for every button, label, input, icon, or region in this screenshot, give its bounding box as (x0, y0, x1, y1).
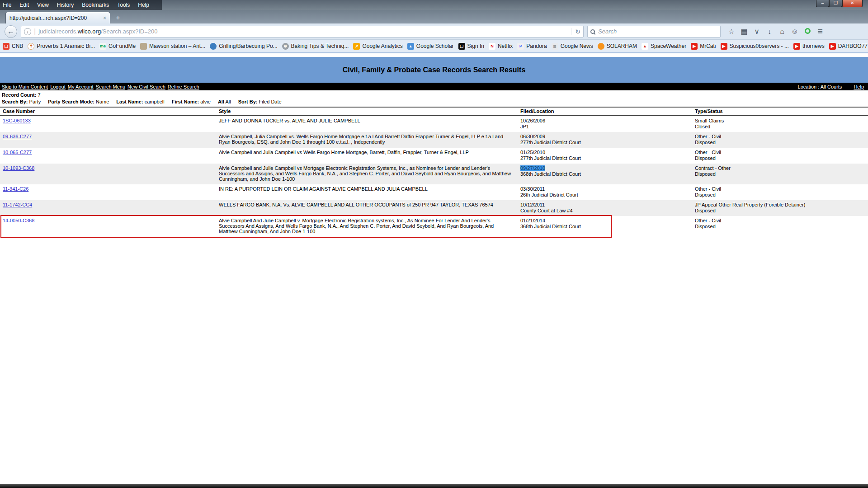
case-number-cell: 11-341-C26 (0, 186, 216, 197)
bookmark-item[interactable]: ✝Proverbs 1 Aramaic Bi... (28, 43, 95, 50)
record-count: Record Count: 7 (0, 90, 868, 98)
url-bar[interactable]: i | judicialrecords.wilco.org/Search.asp… (21, 26, 584, 38)
case-type: Other - Civil (695, 218, 868, 223)
case-type: Contract - Other (695, 165, 868, 171)
bookmark-item[interactable]: ▶thornews (793, 43, 825, 50)
help-link[interactable]: Help (854, 84, 864, 89)
case-number-link[interactable]: 14-0050-C368 (3, 218, 34, 223)
window-controls: –❐✕ (816, 0, 863, 7)
bookmark-label: GoFundMe (108, 43, 136, 49)
case-number-link[interactable]: 10-065-C277 (3, 150, 32, 155)
bookmark-label: Google Scholar (416, 43, 454, 49)
case-style: Alvie Campbell, Julia Campbell vs. Wells… (216, 134, 518, 145)
back-button[interactable]: ← (5, 25, 17, 38)
bookmark-item[interactable]: ≣Google News (552, 43, 593, 50)
case-type: Small Claims (695, 118, 868, 123)
new-tab-button[interactable]: + (112, 13, 124, 22)
bookmark-item[interactable]: SOLARHAM (598, 43, 637, 50)
pocket-icon[interactable]: ∨ (750, 27, 763, 36)
bookmark-item[interactable]: Grilling/Barbecuing Po... (210, 43, 277, 50)
filed-date: 10/26/2006 (520, 118, 545, 123)
navigation-toolbar: ← i | judicialrecords.wilco.org/Search.a… (0, 23, 868, 40)
close-button[interactable]: ✕ (842, 0, 863, 7)
minimize-button[interactable]: – (816, 0, 829, 7)
bookmark-item[interactable]: ⊕Baking Tips & Techniq... (282, 43, 349, 50)
bookmark-label: Pandora (526, 43, 547, 49)
tab-close-icon[interactable]: × (103, 15, 106, 21)
site-info-icon[interactable]: i (24, 28, 31, 35)
bookmark-item[interactable]: ▢Sign In (458, 43, 484, 50)
menu-help[interactable]: Help (138, 2, 149, 8)
filed-court: 368th Judicial District Court (520, 224, 692, 229)
site-nav-new-civil-search[interactable]: New Civil Search (127, 84, 165, 89)
menu-bookmarks[interactable]: Bookmarks (82, 2, 109, 8)
feedback-smiley-icon[interactable]: ☺ (788, 28, 801, 36)
menu-history[interactable]: History (57, 2, 74, 8)
bookmark-star-icon[interactable]: ☆ (725, 27, 738, 36)
browser-tab[interactable]: http://judicialr...rch.aspx?ID=200 × (5, 12, 110, 23)
bookmark-item[interactable]: Mawson station – Ant... (140, 43, 205, 50)
menu-edit[interactable]: Edit (19, 2, 29, 8)
case-type: Other - Civil (695, 150, 868, 155)
site-nav-my-account[interactable]: My Account (68, 84, 94, 89)
table-header: Case NumberStyleFiled/LocationType/Statu… (0, 107, 868, 116)
site-nav-skip-to-main-content[interactable]: Skip to Main Content (2, 84, 48, 89)
case-type-status: Contract - Other Disposed (692, 165, 868, 182)
bookmark-item[interactable]: ▶MrCati (691, 43, 716, 50)
bottom-edge-bar (0, 484, 868, 488)
bookmark-item[interactable]: ↗Google Analytics (353, 43, 402, 50)
site-nav-search-menu[interactable]: Search Menu (96, 84, 125, 89)
case-number-link[interactable]: 10-1093-C368 (3, 165, 34, 171)
case-filed-location: 10/12/2011 County Court at Law #4 (518, 202, 692, 213)
bookmark-item[interactable]: NNetflix (489, 43, 513, 50)
search-icon (590, 29, 595, 34)
case-number-link[interactable]: 1SC-060133 (3, 118, 31, 123)
site-nav-refine-search[interactable]: Refine Search (168, 84, 199, 89)
criteria-pair: Search By: Party (2, 99, 41, 104)
bookmark-favicon-icon: ▴ (407, 43, 414, 50)
criteria-pair: First Name: alvie (172, 99, 211, 104)
site-nav-logout[interactable]: Logout (50, 84, 66, 89)
table-row: 10-065-C277 Alvie Campbell and Julia Cam… (0, 148, 868, 164)
bookmark-favicon-icon: ▢ (458, 43, 465, 50)
extension-green-icon[interactable] (801, 28, 814, 36)
bookmark-item[interactable]: PPandora (517, 43, 547, 50)
filed-court: JP1 (520, 124, 692, 129)
search-bar[interactable]: Search (587, 26, 721, 38)
bookmark-label: MrCati (700, 43, 716, 49)
bookmark-item[interactable]: ▲SpaceWeather (642, 43, 686, 50)
column-header-filed-location: Filed/Location (518, 108, 692, 114)
case-number-cell: 1SC-060133 (0, 118, 216, 129)
home-icon[interactable]: ⌂ (776, 28, 788, 36)
bookmark-item[interactable]: meGoFundMe (99, 43, 136, 50)
table-row: 11-341-C26 IN RE: A PURPORTED LEIN OR CL… (0, 184, 868, 200)
bookmark-item[interactable]: ▢CNB (3, 43, 23, 50)
criteria-pair: Party Search Mode: Name (48, 99, 109, 104)
bookmark-label: Google News (561, 43, 593, 49)
bookmark-favicon-icon: P (517, 43, 524, 50)
filed-date: 06/30/2009 (520, 134, 545, 139)
reload-icon[interactable]: ↻ (571, 28, 580, 35)
menu-file[interactable]: File (3, 2, 11, 8)
site-navbar-right: Location : All Courts Help (798, 84, 866, 89)
menu-view[interactable]: View (37, 2, 49, 8)
menu-tools[interactable]: Tools (117, 2, 130, 8)
bookmark-favicon-icon: ▶ (721, 43, 727, 50)
restore-button[interactable]: ❐ (829, 0, 842, 7)
window-titlebar: FileEditViewHistoryBookmarksToolsHelp –❐… (0, 0, 868, 10)
bookmark-item[interactable]: ▶Suspicious0bservers - ... (721, 43, 789, 50)
case-filed-location: 10/26/2006 JP1 (518, 118, 692, 129)
case-number-link[interactable]: 11-341-C26 (3, 186, 28, 192)
case-type-status: Other - Civil Disposed (692, 186, 868, 197)
download-icon[interactable]: ↓ (763, 28, 776, 36)
case-status: Disposed (695, 140, 868, 145)
library-icon[interactable]: ▤ (738, 27, 750, 36)
tab-title: http://judicialr...rch.aspx?ID=200 (9, 15, 99, 21)
column-header-style: Style (216, 108, 518, 114)
page-title: Civil, Family & Probate Case Records Sea… (343, 66, 526, 74)
case-number-link[interactable]: 09-636-C277 (3, 134, 32, 139)
bookmark-item[interactable]: ▴Google Scholar (407, 43, 454, 50)
menu-icon[interactable]: ≡ (814, 26, 826, 37)
case-number-link[interactable]: 11-1742-CC4 (3, 202, 32, 207)
bookmark-item[interactable]: ▶DAHBOO77 (829, 43, 868, 50)
